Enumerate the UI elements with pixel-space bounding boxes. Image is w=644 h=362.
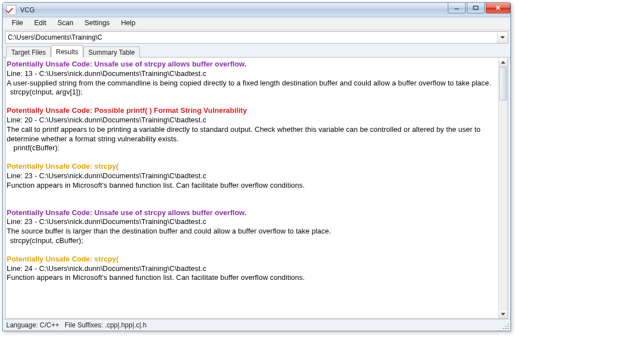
finding: Potentially Unsafe Code: Unsafe use of s… — [7, 60, 496, 97]
scroll-up-button[interactable] — [499, 58, 508, 67]
finding: Potentially Unsafe Code: strcpy( Line: 2… — [7, 255, 496, 283]
finding-location: Line: 24 - C:\Users\nick.dunn\Documents\… — [7, 264, 496, 274]
results-frame: Potentially Unsafe Code: Unsafe use of s… — [5, 58, 508, 319]
status-bar: Language: C/C++ File Suffixes: .cpp|.hpp… — [3, 319, 510, 331]
finding-title: Potentially Unsafe Code: Unsafe use of s… — [7, 208, 496, 218]
status-language: Language: C/C++ — [6, 321, 59, 329]
close-button[interactable] — [486, 3, 510, 13]
menu-help[interactable]: Help — [115, 17, 141, 30]
menu-settings[interactable]: Settings — [79, 17, 115, 30]
path-dropdown-button[interactable] — [497, 32, 508, 43]
finding-location: Line: 20 - C:\Users\nick.dunn\Documents\… — [7, 116, 496, 125]
finding-description: Function appears in Microsoft's banned f… — [7, 273, 496, 283]
finding-description: Function appears in Microsoft's banned f… — [7, 181, 496, 190]
maximize-button[interactable] — [467, 3, 485, 13]
menu-bar: File Edit Scan Settings Help — [3, 17, 510, 30]
window-buttons — [448, 3, 510, 17]
finding-title: Potentially Unsafe Code: Unsafe use of s… — [7, 60, 496, 69]
tab-target-files[interactable]: Target Files — [6, 46, 51, 58]
maximize-icon — [472, 5, 480, 11]
scroll-track[interactable] — [499, 67, 508, 309]
finding-title: Potentially Unsafe Code: Possible printf… — [7, 106, 496, 116]
finding-title: Potentially Unsafe Code: strcpy( — [7, 162, 496, 172]
content-area: Potentially Unsafe Code: Unsafe use of s… — [5, 58, 508, 319]
scroll-down-button[interactable] — [499, 309, 508, 318]
finding-code: printf(cBuffer): — [7, 144, 496, 153]
title-bar[interactable]: VCG — [3, 3, 510, 17]
vertical-scrollbar[interactable] — [498, 58, 508, 318]
finding-description: The call to printf appears to be printin… — [7, 125, 496, 144]
app-window: VCG File Edit Scan Settings Help Target … — [2, 2, 511, 331]
status-suffixes: File Suffixes: .cpp|.hpp|.c|.h — [65, 321, 147, 329]
finding-location: Line: 13 - C:\Users\nick.dunn\Documents\… — [7, 69, 496, 79]
close-icon — [494, 5, 502, 11]
minimize-button[interactable] — [448, 3, 466, 13]
app-icon — [6, 5, 16, 15]
scroll-thumb[interactable] — [499, 67, 507, 101]
finding-description: The source buffer is larger than the des… — [7, 227, 496, 236]
tab-strip: Target Files Results Summary Table — [3, 45, 510, 58]
finding-title: Potentially Unsafe Code: strcpy( — [7, 255, 496, 264]
menu-scan[interactable]: Scan — [52, 17, 79, 30]
minimize-icon — [453, 5, 461, 11]
finding: Potentially Unsafe Code: Possible printf… — [7, 106, 496, 153]
window-title: VCG — [19, 6, 448, 14]
finding: Potentially Unsafe Code: strcpy( Line: 2… — [7, 162, 496, 190]
resize-grip[interactable] — [502, 322, 510, 330]
finding-code: strcpy(cInput, cBuffer); — [7, 236, 496, 246]
path-bar — [5, 31, 508, 44]
results-view[interactable]: Potentially Unsafe Code: Unsafe use of s… — [6, 58, 498, 318]
finding-location: Line: 23 - C:\Users\nick.dunn\Documents\… — [7, 172, 496, 181]
finding: Potentially Unsafe Code: Unsafe use of s… — [7, 208, 496, 246]
finding-description: A user-supplied string from the commandl… — [7, 79, 496, 88]
svg-rect-1 — [473, 6, 478, 9]
tab-summary-table[interactable]: Summary Table — [83, 46, 140, 58]
menu-edit[interactable]: Edit — [29, 17, 52, 30]
path-input[interactable] — [6, 32, 497, 43]
menu-file[interactable]: File — [6, 17, 29, 30]
chevron-down-icon — [500, 36, 505, 39]
chevron-up-icon — [501, 61, 505, 64]
tab-results[interactable]: Results — [51, 45, 83, 58]
finding-code: strcpy(cInput, argv[1]); — [7, 88, 496, 97]
finding-location: Line: 23 - C:\Users\nick.dunn\Documents\… — [7, 217, 496, 227]
chevron-down-icon — [501, 313, 505, 316]
